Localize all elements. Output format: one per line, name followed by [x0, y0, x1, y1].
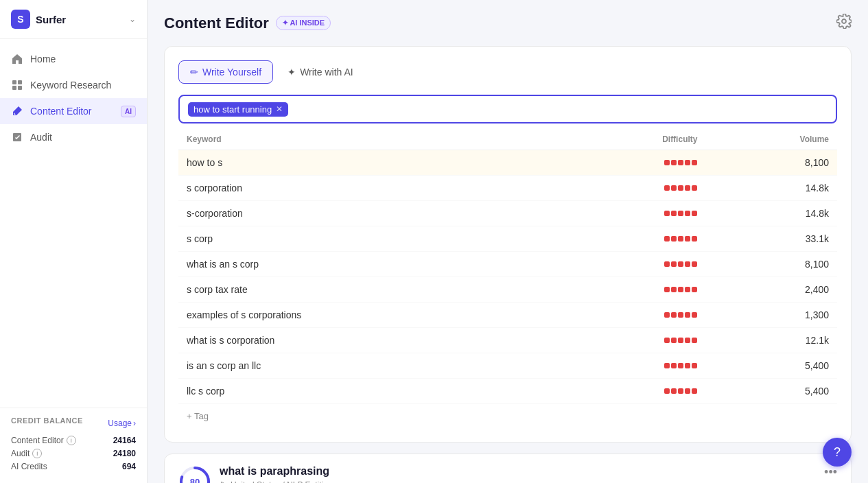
difficulty-cell — [556, 353, 705, 379]
credit-balance-label: CREDIT BALANCE — [11, 416, 83, 425]
tabs: ✏ Write Yourself ✦ Write with AI — [178, 60, 837, 84]
check-square-icon — [11, 131, 23, 143]
sidebar-brand-label: Surfer — [36, 14, 66, 25]
page-title: Content Editor ✦ AI INSIDE — [164, 14, 331, 32]
credit-name-audit: Audit i — [11, 449, 42, 458]
volume-cell: 8,100 — [705, 252, 837, 277]
sidebar-item-keyword-research-label: Keyword Research — [30, 80, 111, 91]
sidebar-header[interactable]: S Surfer ⌄ — [0, 0, 147, 39]
sidebar-nav: Home Keyword Research Content Editor AI … — [0, 39, 147, 408]
svg-rect-2 — [12, 86, 16, 90]
volume-cell: 8,100 — [705, 150, 837, 176]
score-circle: 80 — [178, 465, 211, 483]
add-tag-button-1[interactable]: + Tag — [178, 404, 837, 428]
volume-cell: 5,400 — [705, 353, 837, 379]
svg-rect-3 — [18, 86, 22, 90]
svg-rect-1 — [18, 80, 22, 84]
keyword-search-input[interactable]: how to start running ✕ — [178, 95, 837, 123]
keyword-cell: s corp — [178, 226, 556, 252]
search-text-input[interactable] — [294, 104, 828, 115]
difficulty-cell — [556, 252, 705, 277]
difficulty-cell — [556, 176, 705, 201]
sidebar-item-audit-label: Audit — [30, 132, 52, 143]
volume-cell: 5,400 — [705, 379, 837, 404]
table-row[interactable]: s corp tax rate2,400 — [178, 277, 837, 303]
file-edit-icon — [11, 105, 23, 117]
page-header: Content Editor ✦ AI INSIDE — [164, 14, 852, 32]
keyword-tag: how to start running ✕ — [188, 102, 288, 117]
card2-header: 80 what is paraphrasing 🏳 United States … — [178, 465, 837, 483]
volume-cell: 1,300 — [705, 303, 837, 328]
credit-row-content-editor: Content Editor i 24164 — [11, 436, 136, 445]
home-icon — [11, 53, 23, 65]
sidebar: S Surfer ⌄ Home Keyword Research Content… — [0, 0, 148, 483]
ai-badge: AI — [121, 106, 136, 117]
table-row[interactable]: s-corporation14.8k — [178, 201, 837, 226]
difficulty-cell — [556, 150, 705, 176]
sidebar-footer: CREDIT BALANCE Usage › Content Editor i … — [0, 408, 147, 483]
difficulty-cell — [556, 379, 705, 404]
keyword-cell: s-corporation — [178, 201, 556, 226]
credit-name-ai-credits: AI Credits — [11, 462, 47, 471]
grid-icon — [11, 79, 23, 91]
table-row[interactable]: s corporation14.8k — [178, 176, 837, 201]
help-button[interactable]: ? — [823, 438, 852, 467]
tab-write-with-ai[interactable]: ✦ Write with AI — [276, 60, 365, 84]
sidebar-item-home-label: Home — [30, 54, 56, 64]
keyword-cell: s corp tax rate — [178, 277, 556, 303]
credit-row-ai-credits: AI Credits 694 — [11, 462, 136, 471]
volume-cell: 14.8k — [705, 176, 837, 201]
table-row[interactable]: is an s corp an llc5,400 — [178, 353, 837, 379]
close-icon[interactable]: ✕ — [276, 104, 283, 114]
credit-value-audit: 24180 — [113, 449, 136, 458]
write-with-ai-icon: ✦ — [288, 67, 296, 78]
write-yourself-icon: ✏ — [190, 67, 198, 78]
credit-value-ai-credits: 694 — [122, 462, 136, 471]
column-keyword: Keyword — [178, 129, 556, 150]
difficulty-cell — [556, 328, 705, 353]
table-row[interactable]: how to s8,100 — [178, 150, 837, 176]
card2-subtitle: 🏳 United States / NLP Entities — [220, 480, 332, 483]
column-difficulty: Difficulty — [556, 129, 705, 150]
paraphrasing-card: 80 what is paraphrasing 🏳 United States … — [164, 453, 852, 483]
difficulty-cell — [556, 226, 705, 252]
usage-link[interactable]: Usage › — [108, 419, 136, 428]
flag-icon: 🏳 — [220, 480, 228, 483]
sidebar-logo: S — [11, 10, 30, 29]
table-row[interactable]: s corp33.1k — [178, 226, 837, 252]
chevron-down-icon: ⌄ — [129, 14, 136, 24]
keyword-cell: what is s corporation — [178, 328, 556, 353]
keyword-cell: is an s corp an llc — [178, 353, 556, 379]
tab-write-yourself[interactable]: ✏ Write Yourself — [178, 60, 273, 84]
svg-point-4 — [842, 19, 846, 23]
column-volume: Volume — [705, 129, 837, 150]
sidebar-item-content-editor-label: Content Editor — [30, 106, 92, 117]
keyword-cell: what is an s corp — [178, 252, 556, 277]
keyword-table: Keyword Difficulty Volume how to s8,100s… — [178, 129, 837, 404]
ai-inside-badge: ✦ AI INSIDE — [276, 16, 331, 30]
main-content: Content Editor ✦ AI INSIDE ✏ Write Yours… — [148, 0, 868, 483]
sidebar-item-keyword-research[interactable]: Keyword Research — [0, 72, 147, 98]
keyword-cell: s corporation — [178, 176, 556, 201]
sidebar-item-content-editor[interactable]: Content Editor AI — [0, 98, 147, 124]
difficulty-cell — [556, 201, 705, 226]
more-options-icon[interactable]: ••• — [824, 465, 837, 480]
volume-cell: 2,400 — [705, 277, 837, 303]
keyword-cell: llc s corp — [178, 379, 556, 404]
sidebar-item-audit[interactable]: Audit — [0, 124, 147, 150]
credit-name-content-editor: Content Editor i — [11, 436, 76, 445]
card2-title: what is paraphrasing — [220, 465, 332, 478]
settings-icon[interactable] — [836, 14, 852, 32]
info-icon-audit[interactable]: i — [32, 449, 42, 458]
table-row[interactable]: examples of s corporations1,300 — [178, 303, 837, 328]
table-row[interactable]: what is s corporation12.1k — [178, 328, 837, 353]
table-row[interactable]: what is an s corp8,100 — [178, 252, 837, 277]
sidebar-item-home[interactable]: Home — [0, 46, 147, 72]
card2-left: 80 what is paraphrasing 🏳 United States … — [178, 465, 332, 483]
credit-row-audit: Audit i 24180 — [11, 449, 136, 458]
volume-cell: 12.1k — [705, 328, 837, 353]
table-row[interactable]: llc s corp5,400 — [178, 379, 837, 404]
volume-cell: 33.1k — [705, 226, 837, 252]
info-icon-content-editor[interactable]: i — [67, 436, 76, 445]
volume-cell: 14.8k — [705, 201, 837, 226]
